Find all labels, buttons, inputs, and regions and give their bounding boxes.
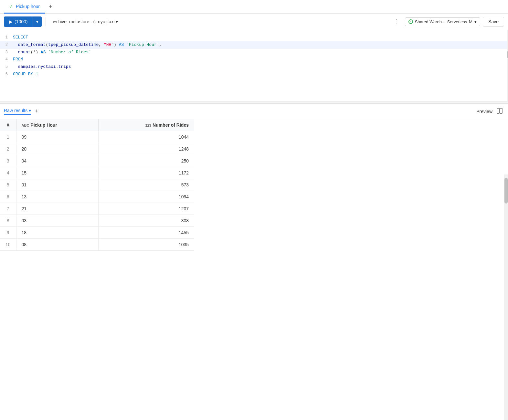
table-row: 8 03 308 [0, 215, 194, 227]
line-num-6: 6 [0, 71, 13, 78]
scrollbar-track[interactable] [504, 174, 508, 420]
cell-rownum: 2 [0, 143, 16, 155]
code-line-6: 6 GROUP BY 1 [0, 71, 508, 78]
code-line-3: 3 count(*) AS `Number of Rides` [0, 49, 508, 56]
section-divider [0, 101, 508, 104]
save-button[interactable]: Save [483, 17, 504, 26]
cell-num-rides: 1094 [98, 191, 194, 203]
tab-bar: ✓ Pickup hour + [0, 0, 508, 14]
warehouse-chevron-icon: ▾ [474, 19, 477, 24]
run-play-icon: ▶ [9, 19, 13, 24]
cell-rownum: 6 [0, 191, 16, 203]
cell-rownum: 3 [0, 155, 16, 167]
run-button[interactable]: ▶ (1000) [4, 16, 33, 27]
cell-rownum: 7 [0, 203, 16, 215]
cell-pickup-hour: 03 [16, 215, 98, 227]
table-row: 10 08 1035 [0, 239, 194, 251]
cell-rownum: 10 [0, 239, 16, 251]
schema-chevron-icon: ▾ [116, 19, 118, 24]
schema-icon: ⊖ [93, 19, 97, 24]
layout-button[interactable] [495, 106, 504, 116]
table-row: 1 09 1044 [0, 131, 194, 143]
add-tab-button[interactable]: + [45, 1, 56, 13]
results-table: # ABCPickup Hour 123Number of Rides 1 09… [0, 119, 194, 251]
results-tab-chevron-icon: ▾ [29, 108, 31, 113]
editor-scrollbar-thumb [507, 51, 508, 58]
svg-rect-0 [497, 108, 499, 113]
cell-rownum: 4 [0, 167, 16, 179]
schema-name: nyc_taxi [98, 19, 114, 24]
code-line-2: 2 date_format(tpep_pickup_datetime, "HH"… [0, 41, 508, 49]
toolbar-separator-1 [46, 17, 46, 26]
line-num-4: 4 [0, 57, 13, 63]
tab-check-icon: ✓ [9, 3, 13, 9]
warehouse-name: Shared Wareh... [415, 19, 445, 24]
warehouse-status-icon: ✓ [408, 19, 413, 24]
cell-num-rides: 1044 [98, 131, 194, 143]
cell-rownum: 9 [0, 227, 16, 239]
code-content-2: date_format(tpep_pickup_datetime, "HH") … [13, 42, 508, 48]
code-editor[interactable]: 1 SELECT 2 date_format(tpep_pickup_datet… [0, 30, 508, 101]
cell-num-rides: 1172 [98, 167, 194, 179]
cell-num-rides: 1455 [98, 227, 194, 239]
tab-label: Pickup hour [16, 4, 40, 9]
cell-num-rides: 1035 [98, 239, 194, 251]
cell-num-rides: 308 [98, 215, 194, 227]
run-button-group: ▶ (1000) ▾ [4, 16, 42, 27]
raw-results-tab[interactable]: Raw results ▾ [4, 108, 31, 115]
catalog-name: hive_metastore [58, 19, 89, 24]
cell-pickup-hour: 01 [16, 179, 98, 191]
cell-pickup-hour: 13 [16, 191, 98, 203]
line-num-3: 3 [0, 49, 13, 56]
cell-num-rides: 573 [98, 179, 194, 191]
table-row: 6 13 1094 [0, 191, 194, 203]
table-row: 7 21 1207 [0, 203, 194, 215]
run-chevron-icon: ▾ [36, 19, 38, 24]
cell-pickup-hour: 21 [16, 203, 98, 215]
cell-num-rides: 1248 [98, 143, 194, 155]
catalog-selector[interactable]: ▭ hive_metastore . ⊖ nyc_taxi ▾ [50, 17, 121, 26]
cell-num-rides: 1207 [98, 203, 194, 215]
cell-rownum: 8 [0, 215, 16, 227]
cell-pickup-hour: 09 [16, 131, 98, 143]
run-label: (1000) [15, 19, 27, 24]
code-content-5: samples.nyctaxi.trips [13, 64, 508, 70]
cell-rownum: 1 [0, 131, 16, 143]
add-results-tab-button[interactable]: + [34, 108, 40, 115]
scrollbar-thumb[interactable] [504, 178, 508, 204]
cell-pickup-hour: 15 [16, 167, 98, 179]
catalog-dot: . [90, 19, 92, 24]
more-options-button[interactable]: ⋮ [390, 16, 402, 27]
code-line-4: 4 FROM [0, 56, 508, 63]
line-num-1: 1 [0, 35, 13, 41]
catalog-icon: ▭ [53, 19, 57, 24]
code-content-4: FROM [13, 56, 508, 63]
col-header-num-rides: 123Number of Rides [98, 119, 194, 131]
code-line-1: 1 SELECT [0, 34, 508, 41]
table-header-row: # ABCPickup Hour 123Number of Rides [0, 119, 194, 131]
cell-pickup-hour: 18 [16, 227, 98, 239]
layout-icon [496, 108, 503, 114]
results-table-body: 1 09 1044 2 20 1248 3 04 250 4 15 1172 5… [0, 131, 194, 251]
preview-button[interactable]: Preview [476, 109, 492, 114]
table-row: 4 15 1172 [0, 167, 194, 179]
warehouse-selector[interactable]: ✓ Shared Wareh... Serverless M ▾ [405, 17, 480, 26]
results-table-container: # ABCPickup Hour 123Number of Rides 1 09… [0, 119, 508, 251]
cell-pickup-hour: 04 [16, 155, 98, 167]
cell-num-rides: 250 [98, 155, 194, 167]
run-dropdown-button[interactable]: ▾ [33, 16, 42, 27]
warehouse-size: Serverless [447, 19, 467, 24]
results-header: Raw results ▾ + Preview [0, 104, 508, 119]
line-num-5: 5 [0, 64, 13, 70]
code-content-1: SELECT [13, 34, 508, 41]
code-content-3: count(*) AS `Number of Rides` [13, 49, 508, 56]
code-line-5: 5 samples.nyctaxi.trips [0, 63, 508, 71]
toolbar: ▶ (1000) ▾ ▭ hive_metastore . ⊖ nyc_taxi… [0, 14, 508, 30]
raw-results-label: Raw results [4, 108, 27, 113]
cell-pickup-hour: 20 [16, 143, 98, 155]
svg-rect-1 [500, 108, 502, 113]
code-content-6: GROUP BY 1 [13, 71, 508, 78]
cell-pickup-hour: 08 [16, 239, 98, 251]
tab-pickup-hour[interactable]: ✓ Pickup hour [4, 0, 45, 14]
line-num-2: 2 [0, 42, 13, 48]
